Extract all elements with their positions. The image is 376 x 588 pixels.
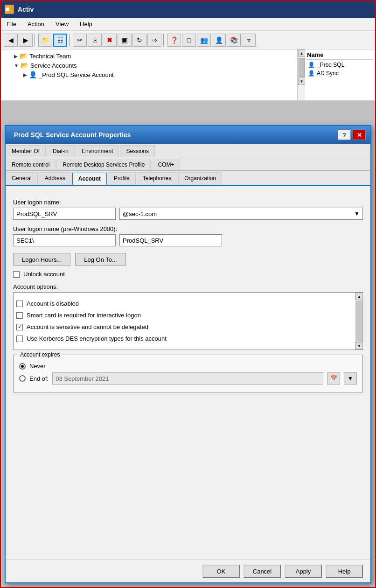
expires-end-label: End of:: [29, 375, 49, 382]
account-options-label: Account options:: [13, 283, 363, 290]
logon-name-row: @sec-1.com ▼: [13, 208, 363, 220]
logon-hours-button[interactable]: Logon Hours...: [13, 253, 70, 266]
option-disabled-label: Account is disabled: [27, 300, 79, 307]
cut-button[interactable]: ✂: [73, 34, 87, 47]
expires-date-input[interactable]: [52, 372, 323, 385]
unlock-account-label: Unlock account: [23, 271, 65, 278]
tab-sessions[interactable]: Sessions: [120, 145, 155, 157]
scroll-up-btn[interactable]: ▲: [298, 49, 306, 57]
menu-action[interactable]: Action: [26, 20, 46, 28]
apply-button[interactable]: Apply: [285, 565, 322, 578]
option-smartcard-row: Smart card is required for interactive l…: [16, 312, 360, 319]
expires-never-radio[interactable]: [19, 363, 26, 370]
filter-button[interactable]: ▿: [242, 34, 256, 47]
main-area: ▶ 📂 Technical Team ▼ 📂 Service Accounts …: [1, 49, 375, 101]
tree-item-technical-team[interactable]: ▶ 📂 Technical Team: [3, 51, 295, 61]
dialog-close-button[interactable]: ✕: [353, 130, 366, 140]
tab-environment[interactable]: Environment: [76, 145, 119, 157]
tab-general[interactable]: General: [6, 172, 38, 185]
users-button[interactable]: 👥: [197, 34, 211, 47]
properties-dialog: _Prod SQL Service Account Properties ? ✕…: [5, 125, 371, 583]
domain-select[interactable]: @sec-1.com ▼: [119, 208, 363, 220]
option-sensitive-label: Account is sensitive and cannot be deleg…: [27, 323, 148, 330]
tab-remote-control[interactable]: Remote control: [6, 159, 56, 170]
pre2000-row: [13, 234, 363, 246]
tab-account[interactable]: Account: [72, 173, 107, 185]
menu-help[interactable]: Help: [78, 20, 94, 28]
connect-button[interactable]: □: [182, 34, 196, 47]
scroll-thumb[interactable]: [299, 58, 305, 77]
list-view-button[interactable]: ☷: [53, 34, 67, 47]
unlock-account-row: Unlock account: [13, 271, 363, 278]
dialog-footer: OK Cancel Apply Help: [6, 560, 370, 582]
dialog-content: User logon name: @sec-1.com ▼ User logon…: [6, 186, 370, 560]
option-smartcard-checkbox[interactable]: [16, 312, 23, 319]
tab-organization[interactable]: Organization: [178, 172, 222, 185]
options-scrollbar[interactable]: ▲ ▼: [355, 293, 362, 350]
user-icon-2: 👤: [308, 70, 315, 77]
tab-dial-in[interactable]: Dial-in: [47, 145, 75, 157]
options-scroll-up[interactable]: ▲: [355, 293, 363, 300]
tabs-row-3: General Address Account Profile Telephon…: [6, 171, 370, 186]
title-bar-text: Activ: [18, 6, 371, 13]
date-dropdown-btn[interactable]: ▼: [344, 372, 357, 385]
option-sensitive-checkbox[interactable]: ✓: [16, 324, 23, 330]
tab-telephones[interactable]: Telephones: [137, 172, 177, 185]
menu-view[interactable]: View: [54, 20, 70, 28]
menu-bar: File Action View Help: [1, 18, 375, 31]
checkmark-icon: ✓: [18, 324, 22, 330]
tree-scrollbar[interactable]: ▲ ▼: [298, 49, 305, 100]
name-item-prod-sql[interactable]: 👤 _Prod SQL: [307, 61, 373, 69]
properties-button[interactable]: ▣: [118, 34, 132, 47]
export-button[interactable]: ⇒: [147, 34, 161, 47]
name-header: Name: [307, 51, 373, 60]
expires-never-label: Never: [29, 363, 46, 370]
tab-com-plus[interactable]: COM+: [152, 159, 180, 170]
delete-button[interactable]: ✖: [103, 34, 117, 47]
option-kerberos-label: Use Kerberos DES encryption types for th…: [27, 335, 167, 342]
expires-end-of-row: End of: 📅 ▼: [19, 372, 357, 385]
expires-never-row: Never: [19, 363, 357, 370]
tabs-row-1: Member Of Dial-in Environment Sessions: [6, 144, 370, 157]
pre2000-domain-input[interactable]: [13, 234, 116, 246]
option-kerberos-checkbox[interactable]: [16, 336, 23, 342]
dialog-help-button[interactable]: ?: [338, 130, 351, 140]
log-on-to-button[interactable]: Log On To...: [75, 253, 126, 266]
forward-button[interactable]: ▶: [19, 34, 33, 47]
option-disabled-checkbox[interactable]: [16, 301, 23, 307]
scroll-down-btn[interactable]: ▼: [298, 77, 306, 85]
user-icon: 👤: [29, 71, 37, 78]
pre2000-name-input[interactable]: [119, 234, 222, 246]
logon-name-input[interactable]: [13, 208, 116, 220]
help-button[interactable]: Help: [326, 565, 363, 578]
folder-icon-2: 📂: [21, 62, 28, 69]
help-toolbar-button[interactable]: ❓: [167, 34, 181, 47]
account-options-box: Account is disabled Smart card is requir…: [13, 292, 363, 350]
tab-profile[interactable]: Profile: [108, 172, 136, 185]
ok-button[interactable]: OK: [202, 565, 240, 578]
refresh-button[interactable]: ↻: [132, 34, 146, 47]
add-user-button[interactable]: 👤: [212, 34, 226, 47]
logon-buttons-row: Logon Hours... Log On To...: [13, 253, 363, 266]
cancel-button[interactable]: Cancel: [244, 565, 281, 578]
tab-rdp-profile[interactable]: Remote Desktop Services Profile: [56, 159, 151, 170]
menu-file[interactable]: File: [5, 20, 18, 28]
name-label-1: _Prod SQL: [317, 62, 344, 68]
folder-icon[interactable]: 📁: [38, 34, 52, 47]
toolbar: ◀ ▶ 📁 ☷ ✂ ⎘ ✖ ▣ ↻ ⇒ ❓ □ 👥 👤 📚 ▿: [1, 31, 375, 49]
name-item-ad-sync[interactable]: 👤 AD Sync: [307, 69, 373, 77]
groups-button[interactable]: 📚: [227, 34, 241, 47]
logon-name-label: User logon name:: [13, 199, 363, 206]
tree-item-prod-sql[interactable]: ▶ 👤 _Prod SQL Service Account: [3, 70, 295, 79]
tab-address[interactable]: Address: [39, 172, 71, 185]
back-button[interactable]: ◀: [4, 34, 18, 47]
tree-item-service-accounts[interactable]: ▼ 📂 Service Accounts: [3, 61, 295, 70]
options-scroll-down[interactable]: ▼: [355, 342, 363, 350]
user-icon-1: 👤: [308, 62, 315, 68]
unlock-account-checkbox[interactable]: [13, 271, 20, 278]
tab-member-of[interactable]: Member Of: [6, 145, 46, 157]
calendar-icon[interactable]: 📅: [327, 372, 340, 385]
copy-button[interactable]: ⎘: [88, 34, 102, 47]
expires-end-radio[interactable]: [19, 375, 26, 382]
account-expires-box: Account expires Never End of: 📅 ▼: [13, 355, 363, 392]
